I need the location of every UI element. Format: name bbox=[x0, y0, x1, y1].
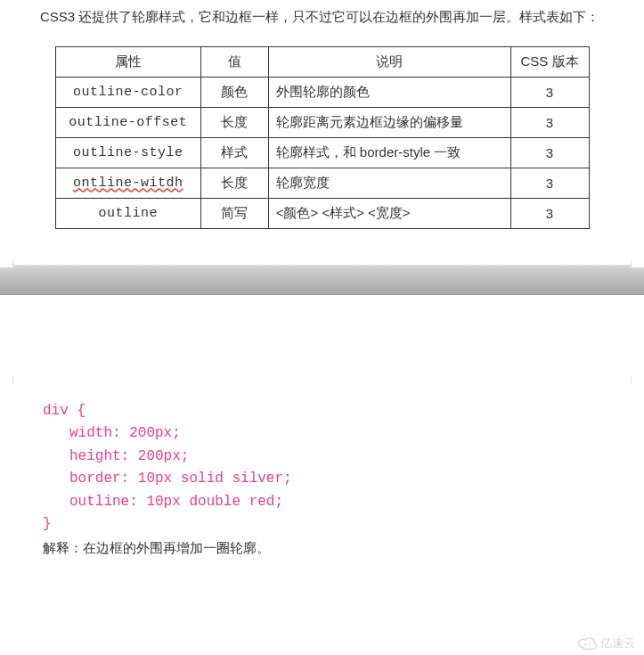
table-row: outline-color颜色外围轮廓的颜色3 bbox=[55, 77, 589, 107]
cell-val: 简写 bbox=[201, 198, 269, 228]
cell-val: 长度 bbox=[201, 168, 269, 198]
cell-val: 样式 bbox=[201, 137, 269, 168]
cell-desc: 轮廓宽度 bbox=[268, 168, 510, 198]
cell-prop: outline-offset bbox=[55, 107, 201, 137]
cell-prop: outline bbox=[55, 198, 201, 228]
cell-ver: 3 bbox=[510, 107, 589, 137]
cell-prop: outline-style bbox=[55, 137, 201, 168]
table-row: outline-style样式轮廓样式，和 border-style 一致3 bbox=[55, 137, 589, 168]
watermark: 亿速云 bbox=[577, 635, 635, 651]
cell-ver: 3 bbox=[510, 198, 589, 228]
code-line: div { bbox=[43, 400, 644, 423]
code-line: width: 200px; bbox=[43, 422, 644, 446]
cell-ver: 3 bbox=[510, 137, 589, 168]
outline-properties-table: 属性 值 说明 CSS 版本 outline-color颜色外围轮廓的颜色3ou… bbox=[55, 46, 590, 229]
section-divider bbox=[0, 265, 644, 295]
intro-text: CSS3 还提供了轮廓样式，它和边框一样，只不过它可以在边框的外围再加一层。样式… bbox=[13, 5, 631, 29]
col-desc: 说明 bbox=[268, 46, 510, 77]
svg-point-1 bbox=[589, 643, 591, 645]
cell-desc: 轮廓样式，和 border-style 一致 bbox=[268, 137, 510, 168]
cell-desc: <颜色> <样式> <宽度> bbox=[268, 198, 510, 228]
cell-val: 颜色 bbox=[201, 77, 269, 107]
code-line: border: 10px solid silver; bbox=[43, 468, 644, 491]
table-row: outline-offset长度轮廓距离元素边框边缘的偏移量3 bbox=[55, 107, 589, 137]
code-line: } bbox=[43, 513, 644, 536]
table-row: outline简写<颜色> <样式> <宽度>3 bbox=[55, 198, 589, 228]
intro-paragraph: CSS3 还提供了轮廓样式，它和边框一样，只不过它可以在边框的外围再加一层。样式… bbox=[0, 0, 644, 46]
cell-ver: 3 bbox=[510, 168, 589, 198]
col-val: 值 bbox=[201, 46, 269, 77]
cell-val: 长度 bbox=[201, 107, 269, 137]
spacer bbox=[0, 295, 644, 384]
code-line: outline: 10px double red; bbox=[43, 491, 644, 514]
svg-point-0 bbox=[584, 643, 586, 645]
code-line: height: 200px; bbox=[43, 446, 644, 469]
explain-text: 解释：在边框的外围再增加一圈轮廓。 bbox=[0, 536, 644, 557]
watermark-text: 亿速云 bbox=[600, 635, 635, 651]
col-prop: 属性 bbox=[55, 46, 201, 77]
col-ver: CSS 版本 bbox=[510, 46, 589, 77]
cell-desc: 轮廓距离元素边框边缘的偏移量 bbox=[268, 107, 510, 137]
table-row: ontline-witdh长度轮廓宽度3 bbox=[55, 168, 589, 198]
cell-prop: ontline-witdh bbox=[55, 168, 201, 198]
cell-prop: outline-color bbox=[55, 77, 201, 107]
cell-desc: 外围轮廓的颜色 bbox=[268, 77, 510, 107]
cell-ver: 3 bbox=[510, 77, 589, 107]
cloud-icon bbox=[577, 635, 597, 651]
code-example: div { width: 200px; height: 200px; borde… bbox=[0, 384, 644, 537]
